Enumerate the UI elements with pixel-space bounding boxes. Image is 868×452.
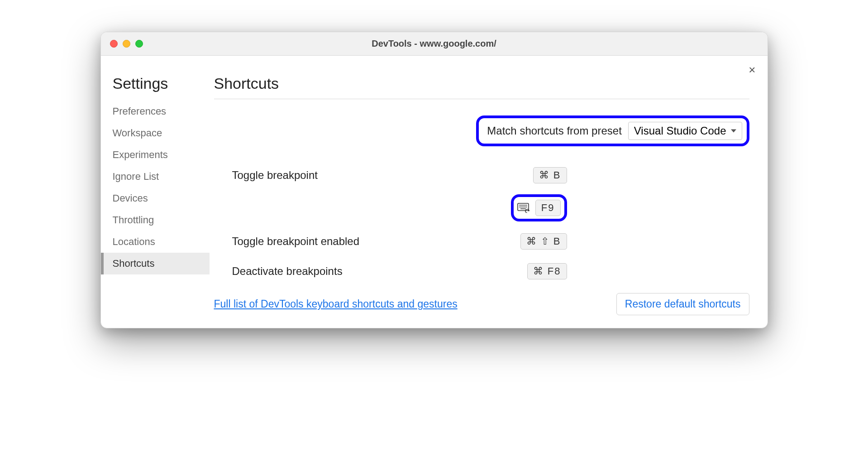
key-group: ⌘ ⇧ B — [520, 233, 567, 250]
keyboard-reset-icon[interactable] — [517, 203, 531, 213]
traffic-lights — [110, 40, 143, 48]
sidebar-item-experiments[interactable]: Experiments — [101, 144, 210, 166]
main-panel: Shortcuts Match shortcuts from preset Vi… — [210, 56, 768, 328]
divider — [214, 99, 749, 99]
shortcut-label: Toggle breakpoint enabled — [232, 235, 520, 248]
shortcut-row: Toggle breakpoint ⌘ B — [232, 167, 567, 183]
kbd: ⌘ F8 — [527, 263, 567, 279]
sidebar-item-workspace[interactable]: Workspace — [101, 122, 210, 144]
close-settings-button[interactable]: × — [749, 64, 755, 76]
preset-label: Match shortcuts from preset — [487, 125, 621, 137]
settings-window: DevTools - www.google.com/ × Settings Pr… — [100, 32, 768, 328]
shortcut-row-highlighted: F9 — [214, 194, 567, 221]
sidebar-item-shortcuts[interactable]: Shortcuts — [101, 253, 210, 274]
footer-row: Full list of DevTools keyboard shortcuts… — [214, 293, 749, 315]
preset-select[interactable]: Visual Studio Code — [628, 122, 742, 140]
kbd: ⌘ B — [533, 167, 567, 183]
shortcut-row: Toggle breakpoint enabled ⌘ ⇧ B — [232, 233, 567, 250]
shortcut-label: Toggle breakpoint — [232, 169, 533, 182]
titlebar: DevTools - www.google.com/ — [101, 32, 768, 56]
sidebar-item-throttling[interactable]: Throttling — [101, 209, 210, 231]
page-title: Shortcuts — [214, 75, 749, 99]
sidebar: Settings Preferences Workspace Experimen… — [101, 56, 210, 328]
shortcut-row: Deactivate breakpoints ⌘ F8 — [232, 263, 567, 279]
window-title: DevTools - www.google.com/ — [372, 38, 496, 49]
full-list-link[interactable]: Full list of DevTools keyboard shortcuts… — [214, 298, 458, 310]
sidebar-heading: Settings — [101, 75, 210, 101]
sidebar-item-preferences[interactable]: Preferences — [101, 101, 210, 122]
close-window-button[interactable] — [110, 40, 118, 48]
preset-selected-value: Visual Studio Code — [634, 125, 726, 137]
sidebar-item-locations[interactable]: Locations — [101, 231, 210, 253]
kbd: F9 — [535, 200, 561, 216]
kbd: ⌘ ⇧ B — [520, 233, 567, 250]
zoom-window-button[interactable] — [135, 40, 143, 48]
restore-defaults-button[interactable]: Restore default shortcuts — [616, 293, 749, 315]
shortcut-list: Toggle breakpoint ⌘ B — [214, 167, 567, 183]
sidebar-item-ignore-list[interactable]: Ignore List — [101, 166, 210, 188]
shortcut-highlight: F9 — [511, 194, 567, 221]
preset-highlight: Match shortcuts from preset Visual Studi… — [476, 115, 749, 146]
key-group: ⌘ F8 — [527, 263, 567, 279]
minimize-window-button[interactable] — [123, 40, 130, 48]
shortcut-list: Toggle breakpoint enabled ⌘ ⇧ B Deactiva… — [214, 233, 567, 279]
content-area: × Settings Preferences Workspace Experim… — [101, 56, 768, 328]
key-group: ⌘ B — [533, 167, 567, 183]
shortcut-label: Deactivate breakpoints — [232, 265, 527, 278]
sidebar-item-devices[interactable]: Devices — [101, 188, 210, 209]
preset-row: Match shortcuts from preset Visual Studi… — [214, 115, 749, 146]
